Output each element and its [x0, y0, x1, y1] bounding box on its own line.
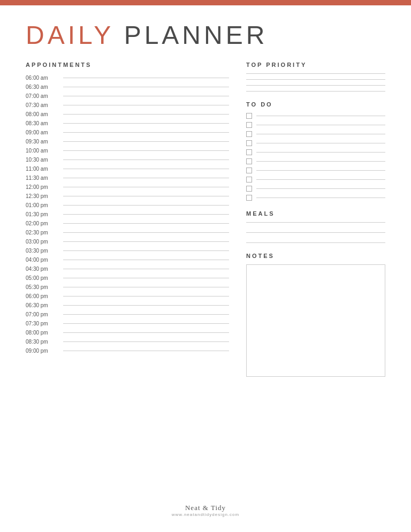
time-label: 08:00 am — [26, 111, 58, 117]
todo-checkbox[interactable] — [246, 158, 252, 164]
time-line — [63, 323, 229, 324]
notes-section: NOTES — [246, 253, 385, 497]
time-line — [63, 78, 229, 78]
time-line — [63, 132, 229, 133]
todo-line — [256, 170, 385, 171]
time-line — [63, 105, 229, 105]
page-title: DAILY PLANNER — [26, 20, 385, 50]
time-row: 09:00 pm — [26, 346, 229, 355]
time-line — [63, 269, 229, 269]
time-label: 07:30 am — [26, 102, 58, 108]
todo-checkbox[interactable] — [246, 140, 252, 146]
main-layout: APPOINTMENTS 06:00 am06:30 am07:00 am07:… — [26, 62, 385, 497]
time-label: 06:00 am — [26, 75, 58, 81]
todo-line — [256, 179, 385, 180]
time-label: 03:00 pm — [26, 239, 58, 245]
time-row: 02:30 pm — [26, 228, 229, 237]
time-row: 07:00 pm — [26, 310, 229, 319]
notes-box[interactable] — [246, 264, 385, 377]
page-content: DAILY PLANNER APPOINTMENTS 06:00 am06:30… — [0, 5, 411, 532]
todo-item — [246, 158, 385, 164]
time-row: 11:30 am — [26, 173, 229, 183]
time-row: 08:00 pm — [26, 328, 229, 337]
time-row: 06:30 pm — [26, 301, 229, 310]
time-label: 06:00 pm — [26, 293, 58, 299]
time-line — [63, 150, 229, 151]
todo-item — [246, 186, 385, 192]
time-row: 04:30 pm — [26, 264, 229, 273]
footer: Neat & Tidy www.neatandtidydesign.com — [26, 504, 385, 521]
time-row: 08:30 am — [26, 119, 229, 128]
time-line — [63, 314, 229, 315]
footer-brand: Neat & Tidy — [26, 504, 385, 512]
time-row: 06:00 am — [26, 73, 229, 82]
time-row: 07:30 pm — [26, 319, 229, 328]
time-line — [63, 305, 229, 306]
top-bar — [0, 0, 411, 5]
header: DAILY PLANNER — [26, 20, 385, 50]
time-row: 07:30 am — [26, 101, 229, 110]
time-label: 08:30 pm — [26, 339, 58, 345]
time-line — [63, 187, 229, 187]
footer-url: www.neatandtidydesign.com — [26, 512, 385, 517]
time-label: 07:30 pm — [26, 321, 58, 326]
time-line — [63, 214, 229, 215]
time-line — [63, 96, 229, 96]
meal-line — [246, 232, 385, 233]
top-priority-section: TOP PRIORITY — [246, 62, 385, 92]
meals-heading: MEALS — [246, 210, 385, 217]
time-line — [63, 205, 229, 206]
todo-item — [246, 131, 385, 137]
time-label: 11:30 am — [26, 175, 58, 181]
priority-lines — [246, 73, 385, 92]
time-line — [63, 223, 229, 224]
priority-line — [246, 91, 385, 92]
todo-checkbox[interactable] — [246, 195, 252, 201]
todo-checkbox[interactable] — [246, 122, 252, 128]
time-line — [63, 241, 229, 242]
todo-item — [246, 149, 385, 155]
todo-line — [256, 134, 385, 134]
todo-checkbox[interactable] — [246, 131, 252, 137]
time-label: 02:30 pm — [26, 230, 58, 235]
todo-line — [256, 125, 385, 125]
todo-checkbox[interactable] — [246, 186, 252, 192]
time-row: 08:00 am — [26, 110, 229, 119]
time-line — [63, 250, 229, 251]
time-row: 09:30 am — [26, 137, 229, 146]
time-label: 10:30 am — [26, 157, 58, 163]
time-line — [63, 232, 229, 233]
time-line — [63, 141, 229, 142]
meals-lines — [246, 222, 385, 243]
time-row: 01:30 pm — [26, 210, 229, 219]
time-label: 05:00 pm — [26, 275, 58, 281]
meal-line — [246, 222, 385, 223]
time-label: 05:30 pm — [26, 284, 58, 290]
todo-checkbox[interactable] — [246, 168, 252, 173]
time-row: 09:00 am — [26, 128, 229, 137]
priority-line — [246, 85, 385, 86]
time-line — [63, 196, 229, 196]
time-label: 06:30 am — [26, 84, 58, 90]
todo-line — [256, 116, 385, 116]
time-label: 07:00 pm — [26, 311, 58, 317]
time-line — [63, 278, 229, 278]
top-priority-heading: TOP PRIORITY — [246, 62, 385, 68]
time-row: 06:30 am — [26, 82, 229, 92]
time-label: 12:30 pm — [26, 193, 58, 199]
time-row: 01:00 pm — [26, 201, 229, 210]
todo-checkbox[interactable] — [246, 149, 252, 155]
time-line — [63, 178, 229, 178]
todo-checkbox[interactable] — [246, 113, 252, 119]
time-label: 09:30 am — [26, 139, 58, 145]
time-row: 12:30 pm — [26, 192, 229, 201]
time-row: 07:00 am — [26, 92, 229, 101]
todo-item — [246, 113, 385, 119]
todo-line — [256, 161, 385, 162]
time-line — [63, 341, 229, 342]
todo-checkbox[interactable] — [246, 177, 252, 183]
time-line — [63, 114, 229, 115]
time-label: 09:00 pm — [26, 348, 58, 354]
time-row: 04:00 pm — [26, 255, 229, 264]
title-planner: PLANNER — [113, 21, 268, 49]
